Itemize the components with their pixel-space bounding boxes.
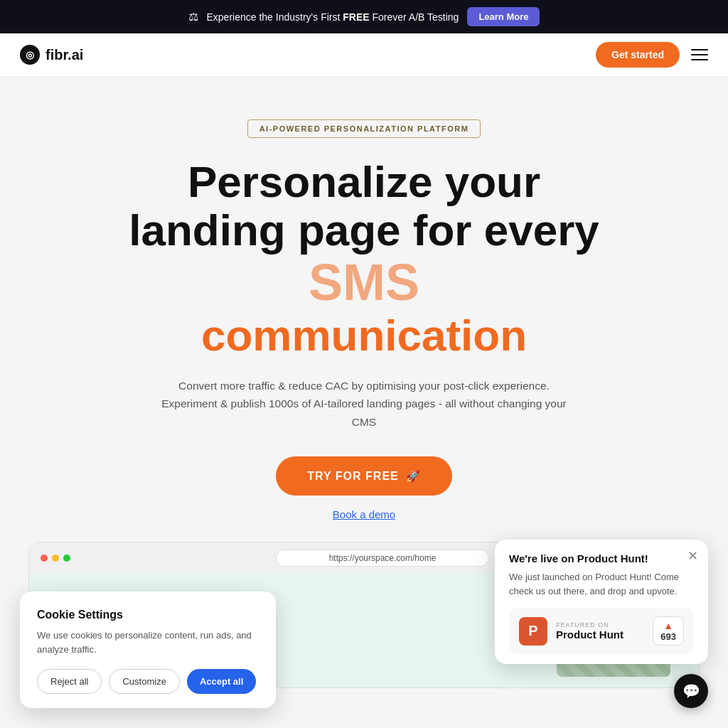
upvote-arrow-icon: ▲ [663, 620, 673, 631]
hero-badge: AI-POWERED PERSONALIZATION PLATFORM [247, 119, 481, 138]
customize-button[interactable]: Customize [109, 669, 179, 688]
hero-headline: Personalize your landing page for every … [87, 158, 641, 360]
banner-bold: FREE [343, 11, 369, 23]
cookie-text: We use cookies to personalize content, r… [37, 628, 259, 656]
producthunt-card-info: FEATURED ON Product Hunt [556, 621, 644, 641]
producthunt-featured-on: FEATURED ON [556, 621, 644, 628]
cookie-banner: Cookie Settings We use cookies to person… [20, 592, 276, 688]
upvote-count: 693 [660, 631, 676, 642]
hero-animated-word: SMS [87, 255, 641, 311]
hero-orange-word: communication [201, 311, 527, 360]
url-bar: https://yourspace.com/home [276, 550, 489, 567]
logo-text: fibr.ai [46, 47, 83, 63]
hamburger-line [691, 54, 708, 55]
dot-green [63, 555, 70, 562]
producthunt-logo: P [519, 617, 547, 646]
hero-headline-line2: landing page for every [129, 205, 599, 255]
logo-icon: ◎ [20, 45, 40, 65]
hero-subtitle-line2: Experiment & publish 1000s of AI-tailore… [161, 397, 567, 428]
producthunt-widget: ✕ We're live on Product Hunt! We just la… [495, 540, 708, 664]
hero-headline-line1: Personalize your [188, 157, 540, 206]
cookie-title: Cookie Settings [37, 609, 259, 621]
hamburger-menu-button[interactable] [691, 49, 708, 60]
top-banner: ⚖ Experience the Industry's First FREE F… [0, 0, 728, 33]
hero-section: AI-POWERED PERSONALIZATION PLATFORM Pers… [0, 77, 728, 542]
cookie-buttons: Reject all Customize Accept all [37, 669, 259, 688]
hamburger-line [691, 49, 708, 50]
browser-dots [41, 555, 70, 562]
accept-all-button[interactable]: Accept all [187, 669, 256, 688]
producthunt-text: We just launched on Product Hunt! Come c… [509, 570, 694, 598]
chat-icon: 💬 [682, 682, 700, 688]
producthunt-card[interactable]: P FEATURED ON Product Hunt ▲ 693 [509, 608, 694, 654]
hamburger-line [691, 59, 708, 60]
hero-subtitle-line1: Convert more traffic & reduce CAC by opt… [178, 380, 550, 392]
try-free-button[interactable]: TRY FOR FREE 🚀 [276, 456, 451, 496]
cta-rocket-icon: 🚀 [406, 469, 421, 483]
try-free-label: TRY FOR FREE [307, 470, 398, 483]
producthunt-close-button[interactable]: ✕ [687, 548, 698, 564]
producthunt-logo-letter: P [528, 623, 537, 639]
producthunt-name: Product Hunt [556, 628, 644, 641]
banner-text: Experience the Industry's First FREE For… [207, 11, 459, 23]
dot-red [41, 555, 48, 562]
producthunt-title: We're live on Product Hunt! [509, 552, 694, 564]
logo[interactable]: ◎ fibr.ai [20, 45, 83, 65]
hero-subtitle: Convert more traffic & reduce CAC by opt… [158, 377, 570, 432]
get-started-button[interactable]: Get started [596, 42, 680, 68]
nav-right: Get started [596, 42, 708, 68]
dot-yellow [52, 555, 59, 562]
navbar: ◎ fibr.ai Get started [0, 33, 728, 77]
producthunt-upvote[interactable]: ▲ 693 [653, 616, 684, 646]
cta-group: TRY FOR FREE 🚀 Book a demo [14, 456, 714, 520]
learn-more-button[interactable]: Learn More [467, 7, 540, 26]
balance-icon: ⚖ [188, 10, 198, 23]
reject-all-button[interactable]: Reject all [37, 669, 102, 688]
book-demo-link[interactable]: Book a demo [333, 508, 395, 520]
